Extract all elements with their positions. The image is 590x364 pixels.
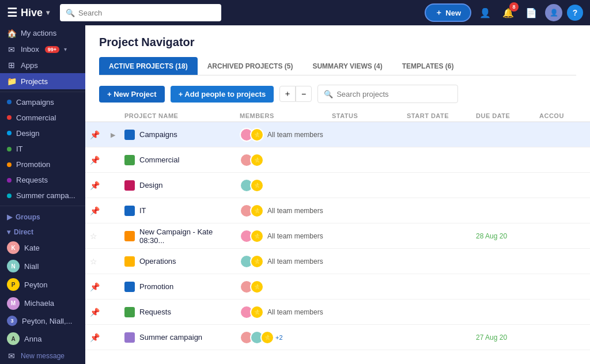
table-row[interactable]: ☆ Operations ⭐ All team members	[85, 249, 590, 274]
project-name-cell: Summer campaign	[124, 332, 240, 343]
sidebar-project-label: Campaigns	[16, 98, 54, 107]
table-row[interactable]: 📌 Promotion ⭐	[85, 274, 590, 299]
sidebar-item-summer[interactable]: Summer campa...	[0, 188, 85, 203]
sidebar-item-design[interactable]: Design	[0, 126, 85, 141]
tab-templates[interactable]: TEMPLATES (6)	[392, 57, 464, 75]
documents-button[interactable]: 📄	[522, 3, 540, 22]
add-people-button[interactable]: + Add people to projects	[171, 86, 274, 103]
member-avatars: ⭐	[240, 305, 260, 319]
sidebar-item-it[interactable]: IT	[0, 141, 85, 157]
project-name-cell: Campaigns	[124, 130, 240, 140]
global-search-bar[interactable]: 🔍	[60, 4, 221, 21]
sidebar-new-message[interactable]: ✉ New message	[0, 348, 85, 364]
search-projects-input[interactable]	[336, 90, 452, 98]
global-search-input[interactable]	[78, 9, 215, 17]
add-user-button[interactable]: 👤	[476, 3, 494, 22]
page-title: Project Navigator	[99, 36, 576, 49]
table-row[interactable]: 📌 Commercial ⭐	[85, 147, 590, 173]
members-cell: ⭐	[240, 280, 332, 294]
project-name-cell: Operations	[124, 256, 240, 267]
member-avatars: ⭐	[240, 204, 260, 218]
project-name: New Campaign - Kate 08:30...	[139, 227, 240, 245]
project-name: Campaigns	[139, 130, 177, 139]
avatar: M	[7, 297, 20, 310]
member-avatars: ⭐	[240, 179, 260, 192]
sidebar-direct-section[interactable]: ▾ Direct	[0, 223, 85, 238]
col-project-name: PROJECT NAME	[124, 112, 240, 119]
projects-icon: 📁	[7, 77, 16, 86]
search-projects-bar[interactable]: 🔍	[317, 85, 458, 103]
member-avatars: ⭐	[240, 280, 260, 294]
project-name: IT	[139, 206, 146, 215]
sidebar-direct-kate[interactable]: K Kate	[0, 238, 85, 257]
tab-summary-views[interactable]: SUMMARY VIEWS (4)	[302, 57, 392, 75]
direct-member-label: Michaela	[24, 299, 54, 308]
sidebar-item-campaigns[interactable]: Campaigns	[0, 94, 85, 110]
main-content: Project Navigator ACTIVE PROJECTS (18) A…	[85, 25, 590, 364]
pin-cell: 📌	[90, 181, 111, 190]
project-color	[124, 256, 135, 267]
project-name: Operations	[139, 257, 176, 266]
tab-archived-projects[interactable]: ARCHIVED PROJECTS (5)	[198, 57, 303, 75]
sidebar-item-requests[interactable]: Requests	[0, 172, 85, 188]
table-row[interactable]: 📌 IT ⭐ All team members	[85, 198, 590, 223]
doc-icon: 📄	[525, 7, 537, 18]
direct-member-label: Kate	[24, 244, 40, 252]
search-icon: 🔍	[66, 9, 75, 17]
tab-active-projects[interactable]: ACTIVE PROJECTS (18)	[99, 57, 198, 75]
project-color	[124, 307, 135, 317]
member-avatars: ⭐	[240, 331, 271, 344]
sidebar-direct-niall[interactable]: N Niall	[0, 257, 85, 275]
chevron-down-icon: ▾	[7, 228, 10, 236]
sidebar-item-projects[interactable]: 📁 Projects	[0, 73, 85, 89]
avatar: K	[7, 241, 20, 254]
sidebar-divider-1	[0, 92, 85, 92]
action-bar: + New Project + Add people to projects ＋…	[85, 85, 590, 110]
app-name: Hive	[21, 7, 43, 19]
sidebar-item-commercial[interactable]: Commercial	[0, 110, 85, 126]
member-avatar: ⭐	[250, 128, 264, 142]
sidebar-item-apps[interactable]: ⊞ Apps	[0, 58, 85, 74]
members-label: All team members	[267, 207, 323, 215]
filter-add-button[interactable]: ＋	[279, 86, 296, 102]
pin-icon: 📌	[90, 308, 100, 317]
table-row[interactable]: 📌 ▶ Campaigns ⭐ All team members	[85, 122, 590, 147]
col-start-date: START DATE	[407, 112, 476, 119]
direct-member-label: Peyton	[24, 280, 47, 289]
sidebar-direct-peyton[interactable]: P Peyton	[0, 275, 85, 294]
expand-cell[interactable]: ▶	[111, 130, 124, 139]
members-cell: ⭐	[240, 153, 332, 167]
table-row[interactable]: ☆ New Campaign - Kate 08:30... ⭐ All tea…	[85, 223, 590, 249]
pin-icon: 📌	[90, 156, 100, 165]
sidebar-direct-group[interactable]: 3 Peyton, Niall,...	[0, 313, 85, 329]
table-row[interactable]: 📌 Design ⭐	[85, 173, 590, 198]
member-avatars: ⭐	[240, 128, 260, 142]
table-row[interactable]: 📌 Summer campaign ⭐ +2 27 Aug 20	[85, 325, 590, 350]
sidebar-item-inbox[interactable]: ✉ Inbox 99+ ▾	[0, 41, 85, 58]
projects-label: Projects	[21, 77, 48, 86]
filter-buttons: ＋ −	[279, 86, 312, 102]
new-message-icon: ✉	[7, 351, 16, 361]
members-cell: ⭐	[240, 179, 332, 192]
new-project-button[interactable]: + New Project	[99, 86, 165, 103]
filter-remove-button[interactable]: −	[296, 86, 312, 102]
sidebar-groups-section[interactable]: ▶ Groups	[0, 208, 85, 223]
project-name-cell: Requests	[124, 307, 240, 317]
notifications-button[interactable]: 🔔 8	[499, 3, 517, 22]
sidebar-item-promotion[interactable]: Promotion	[0, 157, 85, 172]
sidebar-direct-anna[interactable]: A Anna	[0, 329, 85, 348]
table-row[interactable]: 📌 Requests ⭐ All team members	[85, 299, 590, 325]
help-button[interactable]: ?	[567, 5, 583, 21]
home-icon: 🏠	[7, 29, 16, 38]
sidebar-direct-michaela[interactable]: M Michaela	[0, 294, 85, 313]
hamburger-icon: ☰	[7, 6, 17, 20]
pin-icon: 📌	[90, 130, 100, 139]
member-avatar: ⭐	[250, 179, 264, 192]
project-color	[124, 155, 135, 165]
project-name: Design	[139, 181, 162, 189]
sidebar-project-label: Requests	[16, 176, 48, 184]
user-avatar[interactable]: 👤	[545, 4, 562, 21]
app-logo[interactable]: ☰ Hive ▾	[7, 6, 50, 20]
new-button[interactable]: ＋ New	[425, 3, 471, 22]
sidebar-item-my-actions[interactable]: 🏠 My actions	[0, 25, 85, 41]
